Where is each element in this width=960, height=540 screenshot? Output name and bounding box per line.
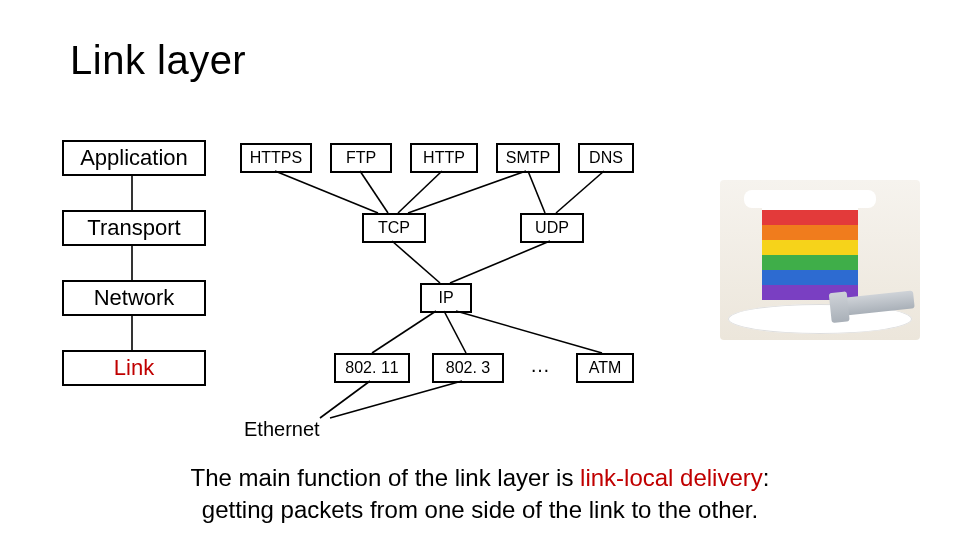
protocol-ip-label: IP	[438, 289, 453, 307]
protocol-802-3-label: 802. 3	[446, 359, 490, 377]
svg-line-14	[320, 381, 370, 418]
protocol-http-label: HTTP	[423, 149, 465, 167]
protocol-ftp-label: FTP	[346, 149, 376, 167]
svg-line-3	[275, 171, 378, 213]
caption-pre: The main function of the link layer is	[191, 464, 581, 491]
protocol-udp-box: UDP	[520, 213, 584, 243]
protocol-udp-label: UDP	[535, 219, 569, 237]
svg-line-12	[444, 311, 466, 353]
protocol-https-label: HTTPS	[250, 149, 302, 167]
layer-link-box: Link	[62, 350, 206, 386]
layer-transport-label: Transport	[87, 215, 180, 241]
ethernet-label: Ethernet	[244, 418, 320, 441]
protocol-atm-label: ATM	[589, 359, 622, 377]
protocol-tcp-box: TCP	[362, 213, 426, 243]
svg-line-7	[528, 171, 545, 213]
svg-line-9	[392, 241, 440, 283]
slide: Link layer Application Transport Network…	[0, 0, 960, 540]
protocol-802-11-label: 802. 11	[345, 359, 398, 377]
protocol-smtp-label: SMTP	[506, 149, 550, 167]
layer-application-label: Application	[80, 145, 188, 171]
slide-caption: The main function of the link layer is l…	[0, 462, 960, 527]
protocol-http-box: HTTP	[410, 143, 478, 173]
protocol-802-3-box: 802. 3	[432, 353, 504, 383]
layer-network-label: Network	[94, 285, 175, 311]
protocol-https-box: HTTPS	[240, 143, 312, 173]
protocol-dns-box: DNS	[578, 143, 634, 173]
protocol-dns-label: DNS	[589, 149, 623, 167]
protocol-802-11-box: 802. 11	[334, 353, 410, 383]
slide-title: Link layer	[70, 38, 246, 83]
svg-line-15	[330, 381, 462, 418]
protocol-ftp-box: FTP	[330, 143, 392, 173]
layer-application-box: Application	[62, 140, 206, 176]
svg-line-4	[360, 171, 388, 213]
cake-image	[720, 180, 920, 340]
svg-line-5	[398, 171, 442, 213]
svg-line-8	[556, 171, 604, 213]
svg-line-6	[408, 171, 526, 213]
protocol-ip-box: IP	[420, 283, 472, 313]
caption-highlight: link-local delivery	[580, 464, 763, 491]
protocol-tcp-label: TCP	[378, 219, 410, 237]
layer-link-label: Link	[114, 355, 154, 381]
svg-line-13	[456, 311, 602, 353]
svg-line-11	[372, 311, 436, 353]
link-ellipsis: …	[530, 354, 550, 377]
layer-transport-box: Transport	[62, 210, 206, 246]
protocol-atm-box: ATM	[576, 353, 634, 383]
svg-line-10	[450, 241, 550, 283]
protocol-smtp-box: SMTP	[496, 143, 560, 173]
layer-network-box: Network	[62, 280, 206, 316]
